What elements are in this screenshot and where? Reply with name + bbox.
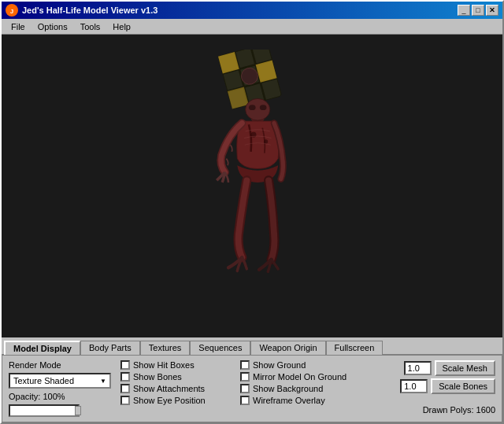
opacity-slider[interactable] [9,404,80,417]
checkbox-show-hit-boxes: Show Hit Boxes [120,360,231,370]
checkbox-bones-label: Show Bones [133,372,182,382]
tab-textures[interactable]: Textures [140,341,191,355]
tab-weapon-origin[interactable]: Weapon Origin [250,341,325,355]
menu-options[interactable]: Options [32,20,74,33]
opacity-row: Opacity: 100% [9,392,111,401]
checkbox-show-attachments: Show Attachments [120,384,231,393]
checkbox-ground-label: Show Ground [253,360,306,370]
scale-bones-row: Scale Bones [400,378,495,394]
checkbox-hit-boxes-label: Show Hit Boxes [133,360,195,370]
checkbox-background-input[interactable] [240,384,250,393]
left-column: Render Mode Texture Shaded ▼ Opacity: 10… [9,360,111,417]
checkbox-mirror-model: Mirror Model On Ground [240,372,358,382]
slider-thumb [75,406,81,415]
title-bar-left: J Jed's Half-Life Model Viewer v1.3 [6,4,158,17]
svg-point-14 [260,105,267,110]
minimize-button[interactable]: _ [458,5,470,16]
checkbox-wireframe-overlay: Wireframe Overlay [240,396,358,405]
scale-bones-input[interactable] [400,379,428,393]
checkbox-show-background: Show Background [240,384,358,393]
select-arrow-icon: ▼ [100,378,106,385]
far-right-column: Scale Mesh Scale Bones Drawn Polys: 1600 [368,360,495,417]
checkbox-attachments-label: Show Attachments [133,384,205,393]
mid-column: Show Hit Boxes Show Bones Show Attachmen… [120,360,231,417]
tab-sequences[interactable]: Sequences [190,341,250,355]
tab-model-display[interactable]: Model Display [4,341,80,355]
checkbox-background-label: Show Background [253,384,323,393]
main-window: J Jed's Half-Life Model Viewer v1.3 _ □ … [0,0,504,424]
checkbox-ground-input[interactable] [240,360,250,370]
menu-file[interactable]: File [5,20,32,33]
render-mode-value: Texture Shaded [13,376,74,385]
right-column: Show Ground Mirror Model On Ground Show … [240,360,358,417]
checkbox-wireframe-label: Wireframe Overlay [253,396,325,405]
model-svg [177,50,328,323]
checkbox-hit-boxes-input[interactable] [120,360,130,370]
slider-container [9,404,111,417]
render-mode-label: Render Mode [9,360,111,370]
title-buttons: _ □ ✕ [458,5,498,16]
checkbox-bones-input[interactable] [120,372,130,382]
maximize-button[interactable]: □ [472,5,484,16]
checkbox-mirror-input[interactable] [240,372,250,382]
scale-mesh-row: Scale Mesh [404,360,495,376]
checkbox-show-eye-position: Show Eye Position [120,396,231,405]
svg-point-16 [264,140,268,144]
tab-body-parts[interactable]: Body Parts [80,341,140,355]
tabs-container: Model Display Body Parts Textures Sequen… [2,337,502,354]
svg-text:J: J [10,8,13,15]
tab-content-model-display: Render Mode Texture Shaded ▼ Opacity: 10… [2,354,502,422]
opacity-label: Opacity: 100% [9,392,65,401]
checkbox-eye-position-input[interactable] [120,396,130,405]
svg-point-12 [245,99,269,121]
scale-mesh-button[interactable]: Scale Mesh [435,360,495,376]
window-title: Jed's Half-Life Model Viewer v1.3 [22,6,158,15]
main-controls: Render Mode Texture Shaded ▼ Opacity: 10… [9,360,495,417]
scale-bones-button[interactable]: Scale Bones [431,378,495,394]
bottom-panel: Model Display Body Parts Textures Sequen… [2,337,502,422]
model-render-area [2,35,502,337]
close-button[interactable]: ✕ [486,5,498,16]
drawn-polys-label: Drawn Polys: 1600 [423,405,495,415]
tab-fullscreen[interactable]: Fullscreen [326,341,384,355]
app-icon: J [6,4,18,17]
menu-help[interactable]: Help [106,20,137,33]
checkbox-eye-position-label: Show Eye Position [133,396,206,405]
menu-bar: File Options Tools Help [2,19,502,35]
checkbox-mirror-label: Mirror Model On Ground [253,372,346,382]
title-bar: J Jed's Half-Life Model Viewer v1.3 _ □ … [2,2,502,19]
menu-tools[interactable]: Tools [74,20,107,33]
scale-mesh-input[interactable] [404,361,432,375]
checkbox-show-bones: Show Bones [120,372,231,382]
checkbox-wireframe-input[interactable] [240,396,250,405]
checkbox-show-ground: Show Ground [240,360,358,370]
render-mode-select[interactable]: Texture Shaded ▼ [9,373,111,389]
viewport[interactable] [2,35,502,337]
svg-point-13 [249,105,256,110]
checkbox-attachments-input[interactable] [120,384,130,393]
